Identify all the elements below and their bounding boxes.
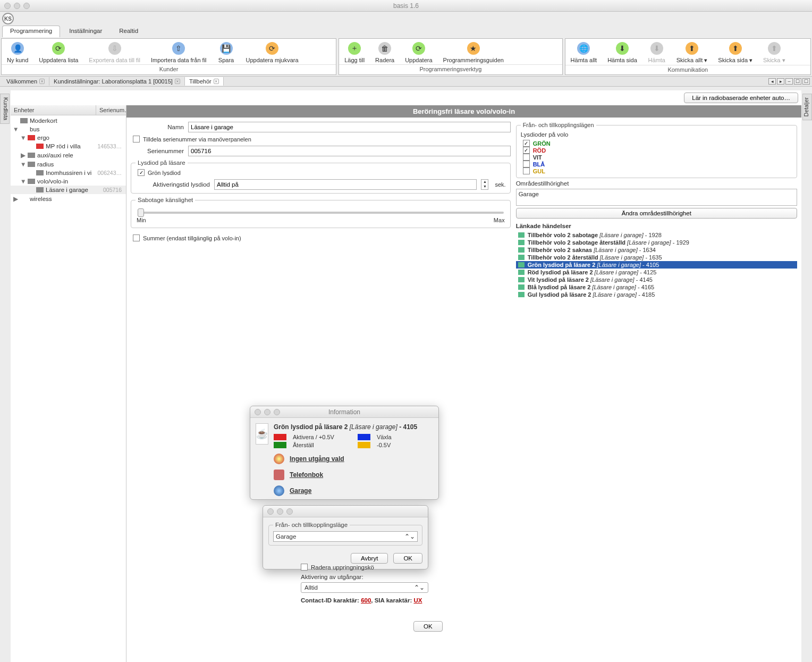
tb-radera[interactable]: 🗑Radera [370, 39, 400, 64]
traffic-zoom-icon[interactable] [286, 508, 293, 515]
tab-valkommen[interactable]: Välkommen× [2, 77, 49, 86]
tree-row[interactable]: ▼ bus [11, 125, 126, 133]
disclosure-icon[interactable]: ▼ [20, 161, 26, 167]
tree-row[interactable]: Läsare i garage 005716 [11, 186, 126, 194]
wizard-icon: ★ [467, 42, 480, 55]
close-icon[interactable]: × [39, 79, 45, 84]
side-tab-kundlista[interactable]: Kundlista [0, 94, 10, 124]
linked-event-row[interactable]: Vit lysdiod på läsare 2 [Läsare i garage… [516, 276, 797, 283]
tb-hamta-allt[interactable]: 🌐Hämta allt [565, 39, 603, 65]
color-label: GUL [533, 168, 545, 174]
act-time-stepper[interactable]: ▲▼ [481, 179, 488, 190]
tb-uppdatera-lista[interactable]: ⟳Uppdatera lista [33, 39, 83, 64]
disclosure-icon[interactable]: ▼ [13, 126, 18, 132]
menu-realtid[interactable]: Realtid [111, 26, 146, 37]
linked-event-row[interactable]: Tillbehör volo 2 sabotage [Läsare i gara… [516, 231, 797, 239]
menu-programmering[interactable]: Programmering [2, 26, 60, 37]
tree-row[interactable]: ▼ volo/volo-in [11, 177, 126, 186]
linked-event-row[interactable]: Blå lysdiod på läsare 2 [Läsare i garage… [516, 283, 797, 291]
link-icon [274, 470, 284, 480]
info-link[interactable]: Ingen utgång vald [290, 455, 344, 463]
tb-uppdatera[interactable]: ⟳Uppdatera [400, 39, 437, 64]
linked-event-row[interactable]: Tillbehör volo 2 återställd [Läsare i ga… [516, 254, 797, 261]
tb-guide[interactable]: ★Programmeringsguiden [438, 39, 509, 64]
info-link[interactable]: Telefonbok [290, 471, 323, 479]
nav-prev-icon[interactable]: ◂ [768, 78, 776, 85]
tree-header-serienum[interactable]: Serienum… [96, 105, 126, 115]
radera-checkbox[interactable] [301, 564, 308, 571]
color-checkbox[interactable] [523, 154, 530, 161]
tree-header-enheter[interactable]: Enheter [11, 105, 96, 115]
green-led-checkbox[interactable]: ✓ [138, 169, 145, 176]
traffic-min-icon[interactable] [277, 508, 283, 515]
close-icon[interactable]: × [214, 79, 219, 84]
tab-kundinstallningar[interactable]: Kundinställningar: Laborationsplatta 1 [… [49, 77, 185, 86]
side-tab-detaljer[interactable]: Detaljer [802, 94, 812, 120]
device-icon [28, 153, 35, 158]
tree-row[interactable]: Inomhussiren i vi 006243… [11, 169, 126, 177]
disclosure-icon[interactable]: ▶ [20, 152, 26, 159]
disclosure-icon[interactable]: ▼ [20, 135, 26, 141]
main-menubar: Programmering Inställningar Realtid [0, 26, 812, 37]
color-checkbox[interactable]: ✓ [523, 147, 530, 154]
color-checkbox[interactable]: ✓ [523, 140, 530, 147]
event-icon [518, 284, 525, 290]
linked-event-row[interactable]: Gul lysdiod på läsare 2 [Läsare i garage… [516, 291, 797, 298]
menu-installningar[interactable]: Inställningar [61, 26, 110, 37]
tree-row[interactable]: ▼ radius [11, 160, 126, 169]
change-area-button[interactable]: Ändra områdestillhörighet [516, 208, 797, 219]
nav-next-icon[interactable]: ▸ [777, 78, 784, 85]
restore-pane-icon[interactable]: ☐ [794, 78, 801, 85]
assign-serial-checkbox[interactable] [133, 136, 140, 143]
mini-arm-select[interactable]: Garage ⌃⌄ [273, 531, 418, 542]
mini-ok-button[interactable]: OK [393, 553, 422, 564]
tb-uppdatera-mjukvara[interactable]: ⟳Uppdatera mjukvara [241, 39, 304, 64]
sabotage-slider[interactable] [138, 212, 504, 214]
tb-skicka-allt[interactable]: ⬆Skicka allt ▾ [671, 39, 713, 65]
document-tabs: Välkommen× Kundinställningar: Laboration… [0, 76, 812, 87]
tb-lagg-till[interactable]: ＋Lägg till [339, 39, 370, 64]
tree-row[interactable]: MP röd i villa 146533… [11, 142, 126, 150]
color-checkbox[interactable] [523, 167, 530, 174]
tb-spara[interactable]: 💾Spara [212, 39, 241, 64]
disclosure-icon[interactable]: ▼ [20, 178, 26, 185]
info-ok-button[interactable]: OK [413, 621, 443, 632]
tb-ny-kund[interactable]: 👤Ny kund [2, 39, 33, 64]
chevron-updown-icon: ⌃⌄ [404, 533, 415, 540]
color-checkbox[interactable] [523, 161, 530, 167]
name-input[interactable] [188, 122, 511, 132]
maximize-pane-icon[interactable]: ☐ [802, 78, 810, 85]
act-time-label: Aktiveringstid lysdiod [136, 181, 210, 188]
linked-event-row[interactable]: Röd lysdiod på läsare 2 [Läsare i garage… [516, 269, 797, 276]
led-fieldset: Lysdiod på läsare ✓ Grön lysdiod Aktiver… [131, 160, 511, 194]
tree-row[interactable]: ▼ ergo [11, 133, 126, 142]
chevron-up-icon[interactable]: ▲ [481, 180, 488, 185]
serial-input[interactable] [188, 146, 511, 156]
linked-event-row[interactable]: Grön lysdiod på läsare 2 [Läsare i garag… [516, 261, 797, 269]
chevron-down-icon[interactable]: ▼ [481, 185, 488, 189]
linked-event-row[interactable]: Tillbehör volo 2 saknas [Läsare i garage… [516, 246, 797, 254]
tree-row[interactable]: ▶ wireless [11, 194, 126, 204]
traffic-close-icon[interactable] [267, 508, 274, 515]
learn-radio-devices-button[interactable]: Lär in radiobaserade enheter auto… [684, 93, 798, 103]
tb-skicka-sida[interactable]: ⬆Skicka sida ▾ [713, 39, 758, 65]
tb-hamta-sida[interactable]: ⬇Hämta sida [602, 39, 642, 65]
device-icon [36, 170, 44, 175]
tree-row[interactable]: ▶ auxi/auxi rele [11, 150, 126, 160]
activation-select[interactable]: Alltid ⌃⌄ [301, 582, 428, 593]
buzzer-checkbox[interactable] [133, 234, 140, 241]
arm-mode-dialog: Från- och tilllkopplingsläge Garage ⌃⌄ A… [263, 505, 428, 569]
tb-importera[interactable]: ⇧Importera data från fil [146, 39, 212, 64]
slider-thumb-icon[interactable] [138, 208, 144, 217]
close-icon[interactable]: × [175, 79, 180, 84]
minimize-pane-icon[interactable]: – [785, 78, 793, 85]
act-time-input[interactable] [214, 179, 477, 190]
info-link[interactable]: Garage [290, 487, 311, 495]
tab-tillbehor[interactable]: Tillbehör× [185, 77, 224, 86]
disclosure-icon[interactable]: ▶ [13, 195, 18, 203]
linked-event-row[interactable]: Tillbehör volo 2 sabotage återställd [Lä… [516, 239, 797, 246]
firmware-icon: ⟳ [266, 42, 278, 55]
tree-row[interactable]: Moderkort [11, 116, 126, 125]
mini-cancel-button[interactable]: Avbryt [351, 553, 388, 564]
area-list[interactable]: Garage [516, 189, 797, 206]
